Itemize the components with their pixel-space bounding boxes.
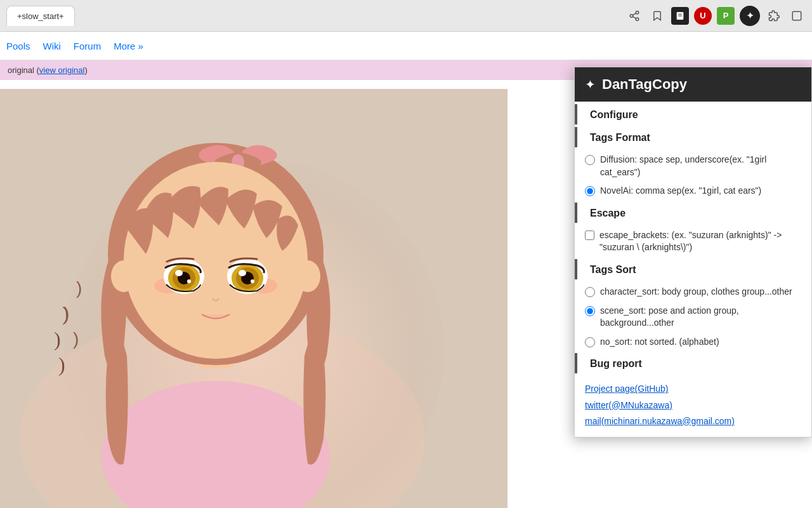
mail-link[interactable]: mail(michinari.nukazawa@gmail.com) (585, 413, 801, 429)
svg-text:): ) (58, 353, 65, 376)
svg-point-0 (636, 11, 639, 14)
nav-pools[interactable]: Pools (6, 37, 30, 55)
character-sort-label[interactable]: character_sort: body group, clothes grou… (600, 286, 792, 298)
svg-point-2 (636, 18, 639, 21)
nav-more[interactable]: More » (114, 41, 143, 51)
active-extension-icon[interactable]: ✦ (740, 6, 760, 26)
novelai-label[interactable]: NovelAi: comma sep(ex. "1girl, cat ears"… (600, 185, 761, 197)
escape-section-title: Escape (575, 203, 811, 223)
bookmark-icon[interactable] (648, 7, 666, 25)
character-sort-option: character_sort: body group, clothes grou… (575, 282, 811, 301)
twitter-link[interactable]: twitter(@MNukazawa) (585, 398, 801, 413)
no-sort-option: no_sort: not sorted. (alphabet) (575, 332, 811, 351)
configure-section-title: Configure (575, 104, 811, 124)
swirl-decoration-2: ) (63, 304, 69, 324)
image-area: ) ) ) (0, 89, 508, 508)
diffusion-option: Diffusion: space sep, underscore(ex. "1g… (575, 150, 811, 181)
p-extension-icon[interactable]: P (717, 7, 735, 25)
svg-point-28 (239, 270, 246, 276)
no-sort-label[interactable]: no_sort: not sorted. (alphabet) (600, 336, 719, 349)
escape-brackets-checkbox[interactable] (585, 231, 594, 240)
readwise-extension-icon[interactable] (671, 7, 689, 25)
nav-links: Pools Wiki Forum More » (6, 37, 143, 55)
popup-header: ✦ DanTagCopy (575, 67, 811, 102)
popup-panel: ✦ DanTagCopy Configure Tags Format Diffu… (574, 67, 812, 438)
notice-text: original ( (8, 65, 39, 75)
svg-rect-8 (792, 11, 801, 20)
no-sort-radio[interactable] (585, 337, 595, 347)
new-window-icon[interactable] (788, 7, 806, 25)
browser-icons: U P ✦ (625, 6, 806, 26)
nav-bar: Pools Wiki Forum More » (0, 32, 812, 60)
svg-point-29 (251, 279, 254, 283)
tags-sort-title: Tags Sort (575, 259, 811, 279)
nav-wiki[interactable]: Wiki (43, 37, 61, 55)
popup-scroll: ✦ DanTagCopy Configure Tags Format Diffu… (575, 67, 811, 437)
tags-format-title: Tags Format (575, 127, 811, 147)
svg-point-30 (111, 260, 136, 292)
swirl-decoration-1: ) (76, 278, 82, 298)
diffusion-label[interactable]: Diffusion: space sep, underscore(ex. "1g… (600, 154, 801, 178)
diffusion-radio[interactable] (585, 155, 595, 165)
popup-title: DanTagCopy (602, 76, 687, 93)
escape-brackets-label[interactable]: escape_brackets: (ex. "suzuran (arknight… (599, 229, 801, 254)
scene-sort-label[interactable]: scene_sort: pose and action group, backg… (600, 305, 801, 330)
view-original-link[interactable]: view original (39, 65, 85, 75)
svg-text:): ) (54, 328, 61, 351)
nav-forum[interactable]: Forum (74, 37, 101, 55)
escape-brackets-option: escape_brackets: (ex. "suzuran (arknight… (575, 225, 811, 257)
svg-line-3 (632, 17, 636, 18)
bug-report-title: Bug report (575, 353, 811, 373)
popup-header-icon: ✦ (585, 77, 596, 92)
swirl-decoration-3: ) (73, 329, 79, 349)
novelai-radio[interactable] (585, 186, 595, 196)
svg-line-4 (632, 13, 636, 15)
svg-point-23 (187, 279, 191, 283)
character-illustration: ) ) ) (0, 89, 508, 508)
svg-point-1 (630, 14, 633, 17)
character-sort-radio[interactable] (585, 287, 595, 297)
notice-text-after: ) (84, 65, 87, 75)
ublock-icon[interactable]: U (694, 7, 712, 25)
scene-sort-option: scene_sort: pose and action group, backg… (575, 301, 811, 332)
svg-point-22 (175, 270, 183, 276)
project-page-link[interactable]: Project page(GitHub) (585, 381, 801, 397)
scene-sort-radio[interactable] (585, 306, 595, 316)
bug-report-section: Project page(GitHub) twitter(@MNukazawa)… (575, 376, 811, 437)
page-content: Pools Wiki Forum More » original (view o… (0, 32, 812, 508)
browser-tab[interactable]: +slow_start+ (6, 6, 75, 26)
novelai-option: NovelAi: comma sep(ex. "1girl, cat ears"… (575, 181, 811, 200)
extensions-puzzle-icon[interactable] (765, 7, 783, 25)
share-icon[interactable] (625, 7, 643, 25)
svg-point-31 (295, 260, 320, 292)
browser-bar: +slow_start+ U P (0, 0, 812, 32)
